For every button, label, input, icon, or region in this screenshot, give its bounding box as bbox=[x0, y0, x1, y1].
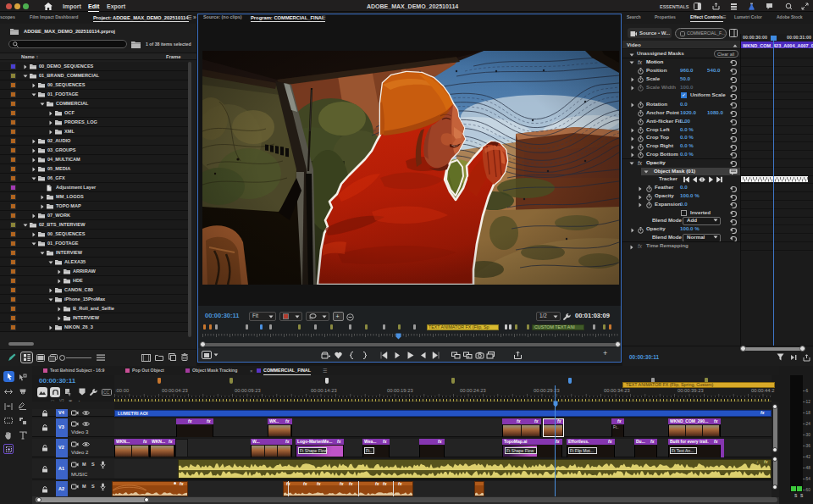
svg-text:CC: CC bbox=[103, 390, 110, 395]
